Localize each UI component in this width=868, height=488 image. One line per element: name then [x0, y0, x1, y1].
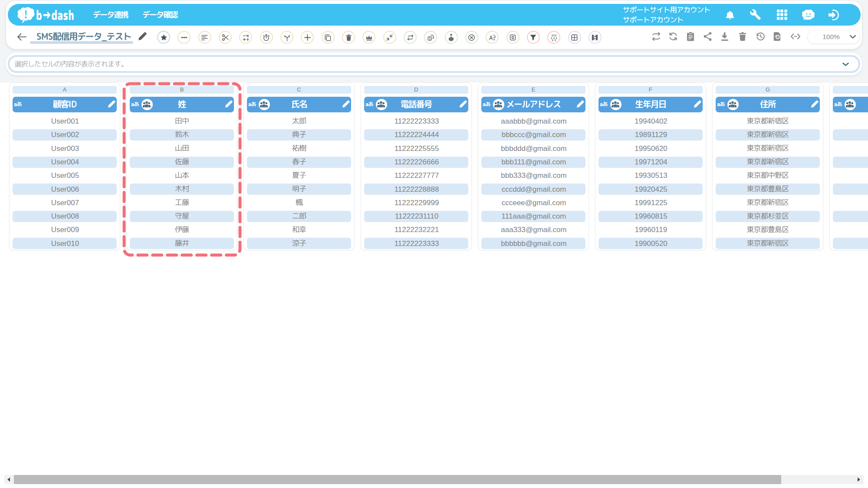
- svg-text:1: 1: [429, 37, 431, 40]
